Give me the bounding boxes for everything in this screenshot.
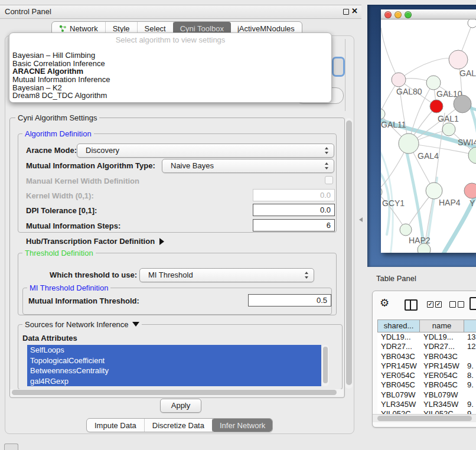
table-row[interactable]: YER054CYER054C8. bbox=[377, 371, 476, 380]
algorithm-dropdown: Select algorithm to view settings Bayesi… bbox=[9, 32, 332, 103]
network-edge[interactable] bbox=[381, 28, 399, 80]
mi-threshold-field[interactable]: 0.5 bbox=[248, 294, 331, 306]
table-row[interactable]: YBR045CYBR045C9. bbox=[377, 380, 476, 390]
dpi-tolerance-label: DPI Tolerance [0,1]: bbox=[26, 206, 97, 215]
table-row[interactable]: YDR27...YDR27...12 bbox=[377, 342, 476, 351]
unchecked-box-icon[interactable] bbox=[449, 301, 456, 308]
network-canvas[interactable]: GALGAL80GAL10GAL11GAL1SWI4GAL4GCY1HAP4YH… bbox=[381, 19, 476, 253]
attribute-item-selected[interactable]: BetweennessCentrality bbox=[27, 366, 321, 376]
stepper-arrows-icon bbox=[324, 162, 330, 170]
network-node[interactable] bbox=[454, 95, 471, 113]
kernel-width-field[interactable]: 0.0 bbox=[253, 189, 335, 201]
document-icon[interactable] bbox=[470, 297, 476, 310]
dropdown-item[interactable]: Bayesian – Hill Climbing bbox=[11, 51, 330, 60]
table-cell: YBL079W bbox=[377, 390, 420, 400]
float-window-icon[interactable] bbox=[343, 9, 349, 15]
columns-icon[interactable] bbox=[405, 299, 418, 311]
dropdown-item[interactable]: Bayesian – K2 bbox=[11, 84, 330, 92]
network-node[interactable] bbox=[442, 123, 455, 136]
attribute-item-selected[interactable]: SelfLoops bbox=[27, 345, 321, 356]
settings-hscrollbar[interactable] bbox=[10, 389, 343, 396]
apply-button[interactable]: Apply bbox=[160, 399, 201, 413]
dropdown-item[interactable]: Basic Correlation Inference bbox=[11, 60, 330, 68]
zoom-button[interactable] bbox=[405, 11, 412, 18]
table-row[interactable]: YBL079WYBL079W bbox=[377, 390, 476, 400]
node-label: GAL bbox=[459, 69, 476, 78]
network-node[interactable] bbox=[430, 100, 443, 113]
table-cell: YIL052C bbox=[377, 409, 420, 414]
settings-group-title: Cyni Algorithm Settings bbox=[15, 113, 99, 122]
network-node[interactable] bbox=[426, 76, 441, 90]
network-node[interactable] bbox=[426, 182, 442, 199]
network-node[interactable] bbox=[392, 73, 406, 87]
dropdown-item[interactable]: Dream8 DC_TDC Algorithm bbox=[11, 92, 330, 100]
which-threshold-select[interactable]: MI Threshold bbox=[139, 268, 314, 282]
close-icon[interactable]: ✕ bbox=[351, 6, 358, 15]
split-pane-handle[interactable] bbox=[359, 217, 363, 222]
mi-type-label: Mutual Information Algorithm Type: bbox=[26, 161, 155, 170]
algorithm-definition-title: Algorithm Definition bbox=[22, 129, 94, 138]
unchecked-box-icon[interactable] bbox=[458, 301, 464, 308]
checked-box-icon[interactable]: ✓ bbox=[427, 301, 433, 308]
column-header-shared-name[interactable]: shared... bbox=[377, 319, 420, 332]
network-node[interactable] bbox=[400, 224, 412, 236]
table-cell: YBR043C bbox=[377, 352, 420, 361]
network-node[interactable] bbox=[381, 186, 382, 198]
table-cell: YER054C bbox=[420, 371, 464, 380]
table-cell: YDL19... bbox=[377, 332, 420, 342]
table-row[interactable]: YIL052CYIL052C9 bbox=[377, 409, 476, 414]
table-row[interactable]: YLR345WYLR345W9. bbox=[377, 400, 476, 409]
attribute-item-selected[interactable]: gal4RGexp bbox=[27, 376, 321, 387]
table-cell: YBR045C bbox=[420, 380, 464, 390]
tab-network-label: Network bbox=[70, 24, 98, 33]
table-cell bbox=[464, 352, 476, 361]
control-panel-titlebar: Control Panel ✕ bbox=[0, 5, 361, 19]
dropdown-prompt: Select algorithm to view settings bbox=[9, 35, 331, 44]
table-hscrollbar[interactable] bbox=[373, 414, 476, 422]
table-cell: YDR27... bbox=[377, 342, 420, 351]
table-cell: YPR145W bbox=[420, 361, 464, 371]
node-label: GCY1 bbox=[382, 198, 405, 208]
kernel-width-label: Kernel Width (0,1): bbox=[26, 191, 94, 200]
close-button[interactable] bbox=[384, 11, 392, 18]
table-row[interactable]: YDL19...YDL19...13 bbox=[377, 332, 476, 342]
mi-steps-field[interactable]: 6 bbox=[253, 219, 335, 231]
data-attributes-list[interactable]: SelfLoopsTopologicalCoefficientBetweenne… bbox=[27, 345, 321, 386]
network-node[interactable] bbox=[399, 133, 419, 154]
checked-box-icon[interactable]: ✓ bbox=[435, 301, 442, 308]
manual-kernel-checkbox[interactable] bbox=[325, 176, 333, 184]
table-cell: 9 bbox=[464, 409, 476, 414]
table-row[interactable]: YBR043CYBR043C bbox=[377, 352, 476, 361]
settings-vscrollbar[interactable] bbox=[345, 118, 353, 389]
tab-infer-network[interactable]: Infer Network bbox=[212, 419, 273, 432]
mi-steps-label: Mutual Information Steps: bbox=[26, 221, 120, 230]
network-node[interactable] bbox=[468, 19, 476, 28]
minimize-button[interactable] bbox=[395, 11, 402, 18]
network-node[interactable] bbox=[449, 50, 468, 69]
table-cell: YLR345W bbox=[420, 400, 464, 409]
minimized-panel-icon[interactable] bbox=[4, 444, 18, 450]
gear-icon[interactable]: ⚙ bbox=[380, 296, 389, 309]
mi-type-select[interactable]: Naive Bayes bbox=[162, 159, 334, 173]
hub-definition-expander[interactable]: Hub/Transcription Factor Definition bbox=[26, 237, 164, 246]
dropdown-item[interactable]: ARACNE Algorithm bbox=[11, 67, 330, 76]
attribute-item-selected[interactable]: TopologicalCoefficient bbox=[27, 356, 321, 366]
node-label: GAL4 bbox=[418, 151, 439, 161]
sources-group-title[interactable]: Sources for Network Inference bbox=[22, 320, 142, 329]
network-node[interactable] bbox=[381, 109, 385, 119]
dpi-tolerance-field[interactable]: 0.0 bbox=[253, 204, 335, 216]
network-node[interactable] bbox=[468, 147, 476, 164]
column-header-name[interactable]: name bbox=[420, 319, 464, 332]
column-header-cut[interactable] bbox=[464, 319, 476, 332]
tab-discretize-data[interactable]: Discretize Data bbox=[145, 419, 213, 432]
network-node[interactable] bbox=[464, 183, 476, 198]
which-threshold-label: Which threshold to use: bbox=[50, 270, 137, 279]
aracne-mode-select[interactable]: Discovery bbox=[77, 144, 334, 158]
tab-impute-data[interactable]: Impute Data bbox=[87, 419, 145, 432]
table-row[interactable]: YPR145WYPR145W9. bbox=[377, 361, 476, 371]
threshold-definition-title: Threshold Definition bbox=[22, 249, 96, 257]
attributes-scrollbar[interactable] bbox=[322, 345, 329, 386]
table-cell: 13 bbox=[464, 332, 476, 342]
manual-kernel-label: Manual Kernel Width Definition bbox=[26, 177, 139, 185]
dropdown-item[interactable]: Mutual Information Inference bbox=[11, 76, 330, 84]
